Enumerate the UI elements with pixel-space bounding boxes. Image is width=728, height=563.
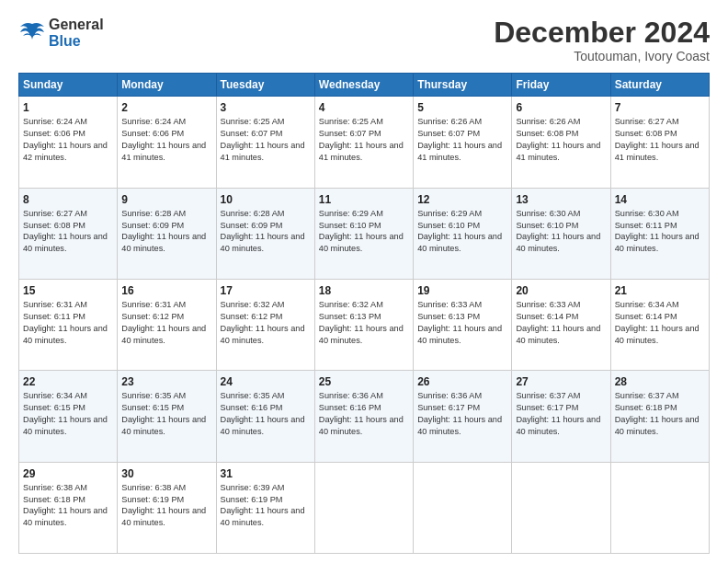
day-number: 13 (516, 192, 606, 207)
header: General Blue December 2024 Toutouman, Iv… (18, 17, 710, 63)
logo: General Blue (18, 17, 104, 49)
header-saturday: Saturday (610, 74, 709, 97)
cell-week3-day0: 15 Sunrise: 6:31 AMSunset: 6:11 PMDaylig… (19, 279, 118, 370)
day-number: 18 (319, 283, 409, 298)
day-info: Sunrise: 6:26 AMSunset: 6:08 PMDaylight:… (516, 117, 600, 161)
day-info: Sunrise: 6:35 AMSunset: 6:16 PMDaylight:… (221, 391, 305, 435)
day-info: Sunrise: 6:32 AMSunset: 6:12 PMDaylight:… (221, 300, 305, 344)
day-number: 16 (121, 283, 211, 298)
day-info: Sunrise: 6:29 AMSunset: 6:10 PMDaylight:… (417, 209, 502, 253)
cell-week2-day3: 11 Sunrise: 6:29 AMSunset: 6:10 PMDaylig… (314, 188, 413, 279)
header-wednesday: Wednesday (314, 74, 413, 97)
cell-week1-day6: 7 Sunrise: 6:27 AMSunset: 6:08 PMDayligh… (610, 97, 709, 188)
cell-week5-day6 (610, 462, 709, 553)
day-info: Sunrise: 6:36 AMSunset: 6:16 PMDaylight:… (319, 391, 404, 435)
cell-week3-day2: 17 Sunrise: 6:32 AMSunset: 6:12 PMDaylig… (216, 279, 314, 370)
cell-week4-day6: 28 Sunrise: 6:37 AMSunset: 6:18 PMDaylig… (610, 371, 709, 462)
cell-week3-day5: 20 Sunrise: 6:33 AMSunset: 6:14 PMDaylig… (512, 279, 610, 370)
header-monday: Monday (118, 74, 216, 97)
day-number: 12 (417, 192, 507, 207)
location: Toutouman, Ivory Coast (494, 49, 710, 63)
day-info: Sunrise: 6:34 AMSunset: 6:15 PMDaylight:… (23, 391, 108, 435)
day-number: 3 (221, 100, 311, 115)
day-number: 2 (121, 100, 211, 115)
day-info: Sunrise: 6:37 AMSunset: 6:17 PMDaylight:… (516, 391, 600, 435)
day-number: 20 (516, 283, 606, 298)
day-info: Sunrise: 6:37 AMSunset: 6:18 PMDaylight:… (615, 391, 700, 435)
day-number: 11 (319, 192, 409, 207)
day-info: Sunrise: 6:30 AMSunset: 6:10 PMDaylight:… (516, 209, 600, 253)
day-number: 15 (23, 283, 113, 298)
day-number: 7 (615, 100, 705, 115)
day-number: 6 (516, 100, 606, 115)
cell-week4-day4: 26 Sunrise: 6:36 AMSunset: 6:17 PMDaylig… (414, 371, 512, 462)
day-info: Sunrise: 6:27 AMSunset: 6:08 PMDaylight:… (23, 209, 108, 253)
day-info: Sunrise: 6:25 AMSunset: 6:07 PMDaylight:… (221, 117, 305, 161)
cell-week5-day1: 30 Sunrise: 6:38 AMSunset: 6:19 PMDaylig… (118, 462, 216, 553)
cell-week2-day4: 12 Sunrise: 6:29 AMSunset: 6:10 PMDaylig… (414, 188, 512, 279)
logo-text: General Blue (49, 17, 104, 49)
day-number: 10 (221, 192, 311, 207)
cell-week1-day2: 3 Sunrise: 6:25 AMSunset: 6:07 PMDayligh… (216, 97, 314, 188)
day-number: 4 (319, 100, 409, 115)
cell-week1-day4: 5 Sunrise: 6:26 AMSunset: 6:07 PMDayligh… (414, 97, 512, 188)
cell-week2-day1: 9 Sunrise: 6:28 AMSunset: 6:09 PMDayligh… (118, 188, 216, 279)
day-number: 5 (417, 100, 507, 115)
cell-week1-day0: 1 Sunrise: 6:24 AMSunset: 6:06 PMDayligh… (19, 97, 118, 188)
day-info: Sunrise: 6:32 AMSunset: 6:13 PMDaylight:… (319, 300, 404, 344)
day-info: Sunrise: 6:33 AMSunset: 6:13 PMDaylight:… (417, 300, 502, 344)
day-number: 29 (23, 466, 113, 481)
day-info: Sunrise: 6:31 AMSunset: 6:12 PMDaylight:… (121, 300, 206, 344)
day-info: Sunrise: 6:28 AMSunset: 6:09 PMDaylight:… (221, 209, 305, 253)
day-number: 31 (221, 466, 311, 481)
cell-week4-day0: 22 Sunrise: 6:34 AMSunset: 6:15 PMDaylig… (19, 371, 118, 462)
day-info: Sunrise: 6:35 AMSunset: 6:15 PMDaylight:… (121, 391, 206, 435)
cell-week1-day1: 2 Sunrise: 6:24 AMSunset: 6:06 PMDayligh… (118, 97, 216, 188)
cell-week4-day3: 25 Sunrise: 6:36 AMSunset: 6:16 PMDaylig… (314, 371, 413, 462)
cell-week2-day2: 10 Sunrise: 6:28 AMSunset: 6:09 PMDaylig… (216, 188, 314, 279)
day-info: Sunrise: 6:26 AMSunset: 6:07 PMDaylight:… (417, 117, 502, 161)
day-info: Sunrise: 6:27 AMSunset: 6:08 PMDaylight:… (615, 117, 700, 161)
day-number: 9 (121, 192, 211, 207)
cell-week1-day5: 6 Sunrise: 6:26 AMSunset: 6:08 PMDayligh… (512, 97, 610, 188)
day-info: Sunrise: 6:29 AMSunset: 6:10 PMDaylight:… (319, 209, 404, 253)
day-number: 14 (615, 192, 705, 207)
day-number: 25 (319, 374, 409, 389)
day-number: 1 (23, 100, 113, 115)
cell-week5-day3 (314, 462, 413, 553)
header-friday: Friday (512, 74, 610, 97)
day-info: Sunrise: 6:30 AMSunset: 6:11 PMDaylight:… (615, 209, 700, 253)
cell-week2-day0: 8 Sunrise: 6:27 AMSunset: 6:08 PMDayligh… (19, 188, 118, 279)
day-info: Sunrise: 6:38 AMSunset: 6:19 PMDaylight:… (121, 483, 206, 527)
cell-week2-day5: 13 Sunrise: 6:30 AMSunset: 6:10 PMDaylig… (512, 188, 610, 279)
cell-week5-day5 (512, 462, 610, 553)
cell-week3-day3: 18 Sunrise: 6:32 AMSunset: 6:13 PMDaylig… (314, 279, 413, 370)
cell-week5-day2: 31 Sunrise: 6:39 AMSunset: 6:19 PMDaylig… (216, 462, 314, 553)
logo-blue: Blue (49, 33, 104, 50)
day-info: Sunrise: 6:33 AMSunset: 6:14 PMDaylight:… (516, 300, 600, 344)
day-info: Sunrise: 6:36 AMSunset: 6:17 PMDaylight:… (417, 391, 502, 435)
header-sunday: Sunday (19, 74, 118, 97)
calendar: SundayMondayTuesdayWednesdayThursdayFrid… (18, 73, 710, 554)
logo-general: General (49, 17, 104, 33)
cell-week1-day3: 4 Sunrise: 6:25 AMSunset: 6:07 PMDayligh… (314, 97, 413, 188)
day-info: Sunrise: 6:28 AMSunset: 6:09 PMDaylight:… (121, 209, 206, 253)
day-number: 28 (615, 374, 705, 389)
day-number: 22 (23, 374, 113, 389)
day-info: Sunrise: 6:24 AMSunset: 6:06 PMDaylight:… (121, 117, 206, 161)
day-number: 26 (417, 374, 507, 389)
day-info: Sunrise: 6:31 AMSunset: 6:11 PMDaylight:… (23, 300, 108, 344)
day-number: 17 (221, 283, 311, 298)
title-area: December 2024 Toutouman, Ivory Coast (494, 17, 710, 63)
month-title: December 2024 (494, 17, 710, 49)
cell-week3-day1: 16 Sunrise: 6:31 AMSunset: 6:12 PMDaylig… (118, 279, 216, 370)
day-number: 23 (121, 374, 211, 389)
day-number: 27 (516, 374, 606, 389)
day-number: 8 (23, 192, 113, 207)
day-info: Sunrise: 6:34 AMSunset: 6:14 PMDaylight:… (615, 300, 700, 344)
cell-week5-day4 (414, 462, 512, 553)
cell-week2-day6: 14 Sunrise: 6:30 AMSunset: 6:11 PMDaylig… (610, 188, 709, 279)
cell-week5-day0: 29 Sunrise: 6:38 AMSunset: 6:18 PMDaylig… (19, 462, 118, 553)
cell-week3-day6: 21 Sunrise: 6:34 AMSunset: 6:14 PMDaylig… (610, 279, 709, 370)
day-number: 21 (615, 283, 705, 298)
